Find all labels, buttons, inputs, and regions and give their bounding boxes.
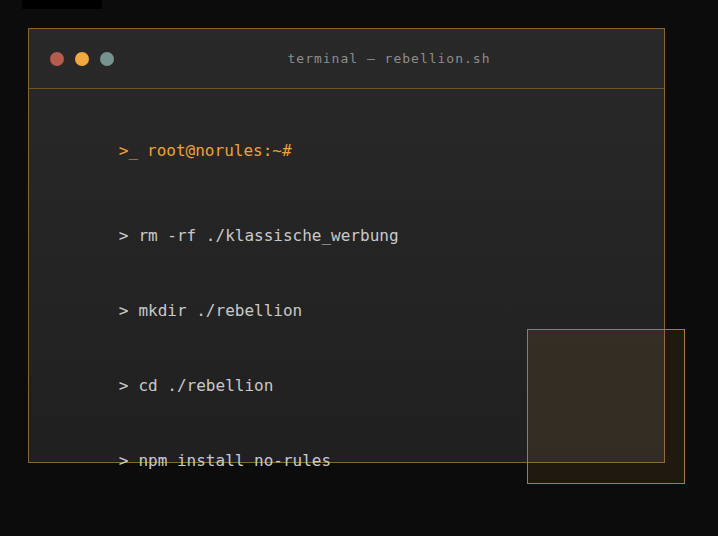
prompt-chevron-icon: > (119, 301, 129, 320)
title-bar: terminal — rebellion.sh (29, 29, 664, 89)
prompt-line: >_root@norules:~# (61, 121, 644, 181)
command-line: >rm -rf ./klassische_werbung (61, 206, 644, 266)
glitch-strip (22, 0, 102, 9)
close-button[interactable] (50, 52, 64, 66)
command-line: >npm install no-rules (61, 431, 644, 491)
maximize-button[interactable] (100, 52, 114, 66)
page-background: { "window": { "title": "terminal — rebel… (0, 0, 718, 536)
minimize-button[interactable] (75, 52, 89, 66)
command-line-active: >git commit -m 'fuck the system' (61, 516, 644, 536)
command-line: >mkdir ./rebellion (61, 281, 644, 341)
window-title: terminal — rebellion.sh (114, 51, 664, 66)
prompt-text: root@norules:~# (147, 141, 292, 160)
terminal-window: terminal — rebellion.sh >_root@norules:~… (28, 28, 665, 463)
terminal-body[interactable]: >_root@norules:~# >rm -rf ./klassische_w… (29, 121, 664, 494)
command-text: mkdir ./rebellion (138, 301, 302, 320)
prompt-chevron-icon: > (119, 226, 129, 245)
prompt-chevron-icon: > (119, 451, 129, 470)
prompt-symbol-icon: >_ (119, 141, 138, 160)
prompt-chevron-icon: > (119, 376, 129, 395)
command-text: cd ./rebellion (138, 376, 273, 395)
command-line: >cd ./rebellion (61, 356, 644, 416)
command-text: rm -rf ./klassische_werbung (138, 226, 398, 245)
traffic-lights (29, 52, 114, 66)
command-text: npm install no-rules (138, 451, 331, 470)
